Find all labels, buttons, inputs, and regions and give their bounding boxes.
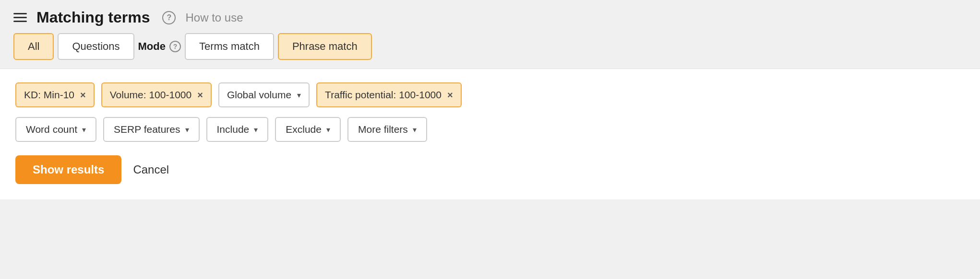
chip-global-volume-label: Global volume	[227, 89, 291, 101]
include-caret: ▾	[254, 125, 258, 134]
chip-volume-close[interactable]: ×	[197, 90, 203, 100]
chip-global-volume-chevron: ▾	[297, 91, 301, 100]
mode-label: Mode ?	[138, 40, 181, 53]
chip-traffic-potential-close[interactable]: ×	[447, 90, 453, 100]
dropdown-word-count[interactable]: Word count ▾	[15, 117, 96, 142]
serp-features-caret: ▾	[185, 125, 189, 134]
filter-chips-row: KD: Min-10 × Volume: 100-1000 × Global v…	[15, 82, 965, 107]
tab-phrase-match[interactable]: Phrase match	[278, 33, 372, 60]
hamburger-icon[interactable]	[13, 13, 27, 22]
how-to-use-link[interactable]: How to use	[185, 11, 243, 24]
tabs-row: All Questions Mode ? Terms match Phrase …	[0, 33, 980, 69]
dropdown-more-filters[interactable]: More filters ▾	[347, 117, 427, 142]
chip-traffic-potential[interactable]: Traffic potential: 100-1000 ×	[316, 82, 462, 107]
filter-dropdowns-row: Word count ▾ SERP features ▾ Include ▾ E…	[15, 117, 965, 142]
action-row: Show results Cancel	[15, 155, 965, 184]
chip-volume-label: Volume: 100-1000	[110, 89, 191, 101]
dropdown-serp-features[interactable]: SERP features ▾	[103, 117, 200, 142]
chip-volume[interactable]: Volume: 100-1000 ×	[101, 82, 212, 107]
more-filters-caret: ▾	[413, 125, 417, 134]
dropdown-include[interactable]: Include ▾	[206, 117, 269, 142]
help-icon[interactable]: ?	[162, 11, 176, 24]
header: Matching terms ? How to use	[0, 0, 980, 33]
tab-all[interactable]: All	[13, 33, 54, 60]
filters-panel: KD: Min-10 × Volume: 100-1000 × Global v…	[0, 69, 980, 199]
chip-kd[interactable]: KD: Min-10 ×	[15, 82, 95, 107]
word-count-caret: ▾	[82, 125, 86, 134]
chip-traffic-potential-label: Traffic potential: 100-1000	[325, 89, 442, 101]
exclude-caret: ▾	[326, 125, 330, 134]
chip-global-volume[interactable]: Global volume ▾	[218, 82, 310, 107]
tab-questions[interactable]: Questions	[58, 33, 134, 60]
chip-kd-close[interactable]: ×	[80, 90, 86, 100]
page-title: Matching terms	[36, 9, 150, 26]
dropdown-exclude[interactable]: Exclude ▾	[275, 117, 341, 142]
app-container: Matching terms ? How to use All Question…	[0, 0, 980, 279]
mode-help-icon[interactable]: ?	[169, 41, 181, 52]
chip-kd-label: KD: Min-10	[24, 89, 74, 101]
cancel-button[interactable]: Cancel	[133, 163, 169, 176]
show-results-button[interactable]: Show results	[15, 155, 121, 184]
tab-terms-match[interactable]: Terms match	[185, 33, 274, 60]
